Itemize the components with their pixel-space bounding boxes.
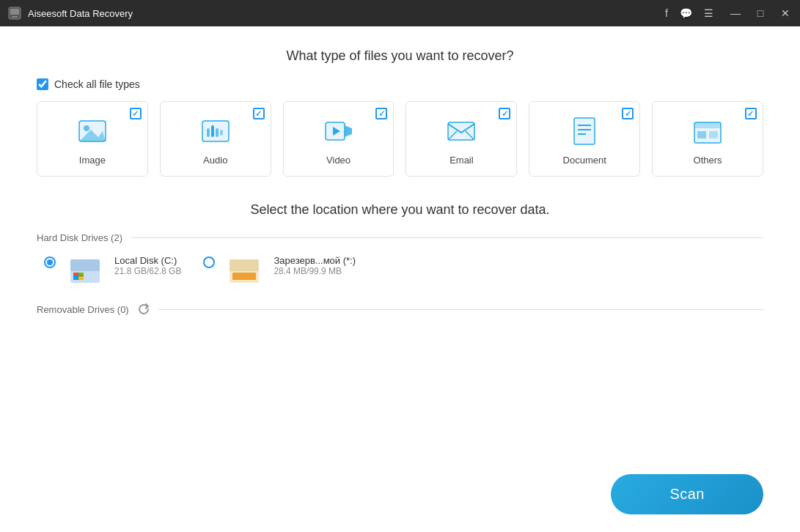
email-checkbox[interactable] (499, 108, 510, 119)
file-types-heading: What type of files you want to recover? (37, 48, 763, 64)
location-heading: Select the location where you want to re… (37, 202, 763, 218)
removable-header: Removable Drives (0) (37, 302, 763, 317)
file-type-image[interactable]: Image (37, 101, 148, 177)
svg-rect-31 (78, 276, 84, 280)
drive-c[interactable]: Local Disk (C:) 21.8 GB/62.8 GB (44, 255, 181, 287)
removable-header-label: Removable Drives (0) (37, 304, 129, 315)
scan-button[interactable]: Scan (611, 474, 763, 514)
svg-rect-33 (230, 259, 259, 271)
app-title: Aiseesoft Data Recovery (28, 8, 665, 19)
svg-rect-26 (70, 259, 100, 271)
maximize-button[interactable]: □ (753, 6, 768, 21)
hard-disk-drives-section: Hard Disk Drives (2) (37, 232, 763, 287)
social-icons: f 💬 ☰ (665, 7, 713, 19)
app-icon (7, 6, 22, 21)
audio-icon (198, 114, 233, 149)
video-label: Video (326, 155, 351, 166)
email-label: Email (449, 155, 474, 166)
audio-label: Audio (203, 155, 227, 166)
minimize-button[interactable]: — (728, 6, 743, 21)
drive-c-radio-wrap (44, 255, 56, 268)
drive-reserved[interactable]: Зарезерв...мой (*:) 28.4 MB/99.9 MB (203, 255, 356, 287)
audio-checkbox[interactable] (253, 108, 265, 119)
svg-rect-34 (232, 273, 256, 280)
svg-rect-30 (78, 273, 84, 276)
file-type-email[interactable]: Email (405, 101, 517, 177)
menu-icon[interactable]: ☰ (704, 7, 713, 19)
drives-header: Hard Disk Drives (2) (37, 232, 763, 243)
drive-reserved-size: 28.4 MB/99.9 MB (274, 266, 356, 276)
file-type-video[interactable]: Video (283, 101, 395, 177)
refresh-icon[interactable] (136, 302, 151, 317)
main-content: What type of files you want to recover? … (0, 26, 800, 532)
file-type-audio[interactable]: Audio (160, 101, 271, 177)
document-checkbox[interactable] (622, 108, 634, 119)
scan-button-wrap: Scan (611, 474, 763, 514)
drive-reserved-radio-wrap (203, 255, 215, 268)
others-icon (690, 114, 725, 149)
window-controls: — □ ✕ (728, 6, 793, 21)
svg-rect-2 (12, 16, 18, 18)
image-icon (75, 114, 110, 149)
facebook-icon[interactable]: f (665, 7, 668, 19)
svg-rect-8 (216, 128, 219, 137)
image-checkbox[interactable] (130, 108, 142, 119)
drive-reserved-info: Зарезерв...мой (*:) 28.4 MB/99.9 MB (274, 255, 356, 276)
drives-header-divider (131, 237, 763, 238)
document-label: Document (563, 155, 606, 166)
others-checkbox[interactable] (745, 108, 757, 119)
removable-drives-section: Removable Drives (0) (37, 302, 763, 324)
video-icon (321, 114, 356, 149)
svg-rect-7 (211, 125, 214, 137)
svg-rect-17 (574, 118, 595, 144)
title-bar: Aiseesoft Data Recovery f 💬 ☰ — □ ✕ (0, 0, 800, 26)
others-label: Others (694, 155, 722, 166)
drive-c-size: 21.8 GB/62.8 GB (114, 266, 181, 276)
document-icon (567, 114, 602, 149)
drives-list: Local Disk (C:) 21.8 GB/62.8 GB (37, 255, 763, 287)
drive-c-icon (69, 255, 101, 287)
drive-reserved-icon (228, 255, 260, 287)
chat-icon[interactable]: 💬 (680, 7, 692, 19)
drives-header-label: Hard Disk Drives (2) (37, 232, 122, 243)
svg-rect-9 (207, 128, 210, 137)
drive-reserved-radio[interactable] (203, 256, 215, 268)
svg-point-4 (84, 125, 89, 131)
image-label: Image (79, 155, 106, 166)
removable-header-divider (158, 309, 763, 310)
drive-reserved-name: Зарезерв...мой (*:) (274, 255, 356, 266)
check-all-label[interactable]: Check all file types (54, 78, 140, 90)
file-type-others[interactable]: Others (652, 101, 763, 177)
file-types-grid: Image Audio (37, 101, 763, 177)
drive-c-radio[interactable] (44, 256, 56, 268)
check-all-row: Check all file types (37, 78, 763, 90)
drive-c-name: Local Disk (C:) (114, 255, 181, 266)
svg-rect-10 (220, 130, 223, 136)
drive-c-info: Local Disk (C:) 21.8 GB/62.8 GB (114, 255, 181, 276)
email-icon (444, 114, 479, 149)
close-button[interactable]: ✕ (778, 6, 793, 21)
video-checkbox[interactable] (375, 108, 387, 119)
svg-rect-24 (709, 131, 718, 138)
check-all-checkbox[interactable] (37, 78, 48, 90)
svg-rect-23 (697, 131, 706, 138)
svg-rect-28 (73, 273, 78, 276)
svg-rect-14 (448, 122, 474, 140)
svg-rect-1 (10, 9, 19, 15)
svg-rect-29 (73, 276, 78, 280)
file-type-document[interactable]: Document (529, 101, 640, 177)
svg-rect-22 (694, 122, 721, 128)
svg-marker-12 (345, 125, 352, 137)
